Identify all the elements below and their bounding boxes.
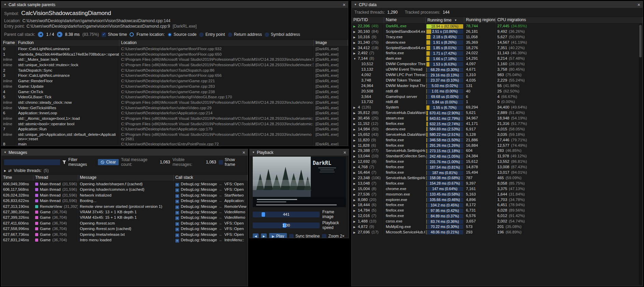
callstack-row[interactable]: inlinestd::atomic<bool>::operator boolC:… xyxy=(1,121,348,127)
callstack-titlebar[interactable]: ▼ Call stack sample parents × xyxy=(1,1,348,8)
cpu-row[interactable]: ▶13,044(10)StandardCollector.Servic242.4… xyxy=(352,154,643,159)
expand-right-icon[interactable]: ▶ xyxy=(353,187,356,192)
message-row[interactable]: 626,833,622nsMain thread(31,596)Booting.… xyxy=(1,198,248,203)
callstack-cell[interactable]: ≡DebugLog::Message←VFS::Open xyxy=(174,232,248,237)
callstack-row[interactable]: inlineGame::RenderFloorC:\Users\wolf\Des… xyxy=(1,78,348,84)
expand-right-icon[interactable]: ▶ xyxy=(353,208,356,213)
callstack-row[interactable]: inlinestd::unique_lock<std::mutex>::lock… xyxy=(1,62,348,68)
message-row[interactable]: 627,411,606nsGame(36,704)Opening /forest… xyxy=(1,220,248,226)
cpu-row[interactable]: ▶23,348(106)ServiceHub.SettingsHost158.0… xyxy=(352,175,643,181)
column-header-frame[interactable]: Frame xyxy=(1,40,16,46)
close-icon[interactable]: × xyxy=(343,150,346,155)
message-row[interactable]: 627,558,996nsGame(36,704)Opening /forest… xyxy=(1,226,248,231)
cpu-row[interactable]: ▶15,004(8)chrome.exe147 ms (0.64%)7,1613… xyxy=(352,186,643,192)
close-icon[interactable]: × xyxy=(638,2,640,7)
expand-right-icon[interactable]: ▶ xyxy=(353,111,356,116)
column-header-message[interactable]: Message xyxy=(78,175,174,181)
column-header-name[interactable]: Name xyxy=(384,17,426,23)
expand-right-icon[interactable]: ▶ xyxy=(353,143,356,148)
sync-timeline-checkbox[interactable]: Sync timeline xyxy=(289,234,320,238)
radio-symbol-address[interactable]: Symbol address xyxy=(265,32,300,37)
prev-parent-button[interactable]: ◀ xyxy=(38,32,43,37)
frame-image-slider[interactable]: 441 xyxy=(253,212,320,217)
callstack-row[interactable]: inlineVideo::GetTicksHiResC:\Users\wolf\… xyxy=(1,105,348,111)
cpu-row[interactable]: 24,964DWM Master Input Thread5.03 ms (0.… xyxy=(352,83,643,89)
cpu-row[interactable]: ▶31,340(75)devenv.exe1.91 s (8.26%)35,36… xyxy=(352,40,643,45)
show-frame-checkbox[interactable]: Show frame xyxy=(219,157,245,167)
expand-right-icon[interactable]: ▶ xyxy=(353,181,356,186)
cpu-row[interactable]: ▶30,456(25)steam.exe643.61 ms (2.79%)34,… xyxy=(352,116,643,121)
message-row[interactable]: 606,049,398nsMain thread(31,596)Opening … xyxy=(1,181,248,187)
cpu-row[interactable]: 20,508ntdll.dll1.01 ms (0.00%)4025(62.50… xyxy=(352,89,643,94)
expand-right-icon[interactable]: ▶ xyxy=(353,148,356,154)
expand-right-icon[interactable]: ▶ xyxy=(353,198,356,203)
cpu-row[interactable]: ▶4,872(9)MsMpEng.exe70.22 ms (0.30%)5732… xyxy=(352,224,643,230)
playback-frame-image[interactable]: DarkRL xyxy=(253,157,346,207)
play-button[interactable]: ▶ Play xyxy=(269,233,287,238)
expand-right-icon[interactable]: ▶ xyxy=(353,40,356,45)
message-row[interactable]: 627,399,326nsGame(36,704)VRAM 43x45: 15 … xyxy=(1,215,248,220)
cpu-row[interactable]: ▶8,080(20)explorer.exe105.66 ms (0.46%)4… xyxy=(352,197,643,203)
expand-right-icon[interactable]: ▶ xyxy=(353,35,356,40)
cpu-scrollbar[interactable] xyxy=(639,23,642,285)
show-time-checkbox[interactable]: ✓ Show time xyxy=(102,32,127,37)
cpu-row[interactable]: 3,564GameInput server69.68 us (0.00%)64(… xyxy=(352,94,643,100)
cpu-row[interactable]: ▶15,652(43)ServiceHub.DataWarehou580.22 … xyxy=(352,132,643,138)
callstack-row[interactable]: inlinestd::chrono::steady_clock::nowC:\P… xyxy=(1,100,348,105)
expand-down-icon[interactable]: ▼ xyxy=(353,56,356,61)
expand-right-icon[interactable]: ▶ xyxy=(353,203,356,208)
message-row[interactable]: 627,313,190nsRemoteView(31,392)Remote vi… xyxy=(1,204,248,209)
close-icon[interactable]: × xyxy=(243,150,245,155)
message-row[interactable]: 627,667,736nsGame(36,704)Opening /meta/r… xyxy=(1,232,248,237)
playback-speed-slider[interactable]: 1.00 xyxy=(253,223,320,228)
zoom-2x-checkbox[interactable]: Zoom 2× xyxy=(322,234,345,238)
callstack-row[interactable]: inlinestd::_Atomic_storage<bool,1>::load… xyxy=(1,116,348,121)
cpu-row[interactable]: ▶35,812(88)ServiceHub.DataWarehou670.41 … xyxy=(352,110,643,116)
callstack-row[interactable]: 7Application::RunC:\Users\wolf\Desktop\d… xyxy=(1,127,348,132)
expand-right-icon[interactable]: ▶ xyxy=(353,29,356,34)
callstack-row[interactable]: 4Game::OnTickC:\Users\wolf\Desktop\darkr… xyxy=(1,89,348,95)
cpu-row[interactable]: 13,132uDWM Event Thread68.29 ms (0.30%)4… xyxy=(352,67,643,72)
next-parent-button[interactable]: ▶ xyxy=(57,32,62,37)
expand-right-icon[interactable]: ▶ xyxy=(353,176,356,181)
clear-button[interactable]: Clear xyxy=(98,159,119,165)
expand-right-icon[interactable]: ▶ xyxy=(353,159,356,164)
expand-right-icon[interactable]: ▶ xyxy=(353,105,356,110)
callstack-cell[interactable]: ≡DebugLog::Message←IntroMenu:: xyxy=(174,237,248,243)
callstack-row[interactable]: 5VideoGLBase::TickC:\Users\wolf\Desktop\… xyxy=(1,95,348,100)
cpu-row[interactable]: ▶27,696(17)Microsoft.ServiceHub.Co48.06 … xyxy=(352,230,643,235)
column-header-running-regions[interactable]: Running regions xyxy=(464,17,496,23)
column-header-thread[interactable]: Thread xyxy=(33,175,78,181)
next-frame-button[interactable]: ▶ xyxy=(261,233,267,239)
messages-titlebar[interactable]: ▼ Messages × xyxy=(1,149,248,156)
expand-right-icon[interactable]: ▶ xyxy=(353,51,356,56)
callstack-row[interactable]: inlinestd::_Mutex_base::lockC:\Program F… xyxy=(1,57,348,62)
callstack-cell[interactable]: ≡DebugLog::Message←VFS::Open xyxy=(174,226,248,231)
cpu-row[interactable]: 3,748DWM Token Thread23.37 ms (0.10%)4,0… xyxy=(352,78,643,83)
cpu-row[interactable]: ▶13,048(7)firefox.exe154.28 ms (0.67%)9,… xyxy=(352,181,643,186)
callstack-cell[interactable]: ≡DebugLog::Message←VideoMemo xyxy=(174,215,248,220)
cpu-row[interactable]: ▶11,152(12)firefox.exe632.15 ms (2.74%)4… xyxy=(352,121,643,127)
callstack-row[interactable]: 0Floor::CalcLightNoLuminanceC:\Users\wol… xyxy=(1,46,348,52)
cpu-row[interactable]: ▶11,828(6)firefox.exe291.26 ms (1.26%)16… xyxy=(352,143,643,148)
expand-right-icon[interactable]: ▶ xyxy=(353,214,356,219)
column-header-function[interactable]: Function xyxy=(16,40,119,46)
cpu-row[interactable]: ▼7,144(8)dwm.exe1.66 s (7.18%)14,2918,21… xyxy=(352,56,643,61)
collapse-arrow-icon[interactable]: ▼ xyxy=(4,151,6,154)
callstack-row[interactable]: 8mainC:\Users\wolf\Desktop\darkrl\src\En… xyxy=(1,142,348,146)
cpu-row[interactable]: ▶2,492(7)firefox.exe1.71 s (7.42%)24,022… xyxy=(352,51,643,56)
radio-source-code[interactable]: Source code xyxy=(167,32,196,37)
cpu-row[interactable]: 13,732ntdll.dll5.84 us (0.00%)10(0.00%) xyxy=(352,99,643,105)
cpu-row[interactable]: ▶12,016(7)firefox.exe84.89 ms (0.37%)6,5… xyxy=(352,213,643,219)
callstack-row[interactable]: inlineGame::UpdateC:\Users\wolf\Desktop\… xyxy=(1,84,348,89)
prev-frame-button[interactable]: ◀ xyxy=(253,233,259,239)
cpu-row[interactable]: 10,512DWM Compositor Thread1.53 s (6.63%… xyxy=(352,61,643,67)
callstack-cell[interactable]: ≡DebugLog::Message←VFS::Open xyxy=(174,181,248,187)
callstack-cell[interactable]: ≡DebugLog::Message←StartNetwo xyxy=(174,192,248,198)
message-row[interactable]: 626,024,328nsMain thread(31,596)Network … xyxy=(1,192,248,198)
column-header-running-time[interactable]: Running time ▼ xyxy=(426,17,464,23)
close-icon[interactable]: × xyxy=(343,2,346,7)
expand-right-icon[interactable]: ▶ xyxy=(4,169,6,172)
expand-right-icon[interactable]: ▶ xyxy=(353,225,356,230)
cpu-scrollbar-thumb[interactable] xyxy=(639,25,642,57)
